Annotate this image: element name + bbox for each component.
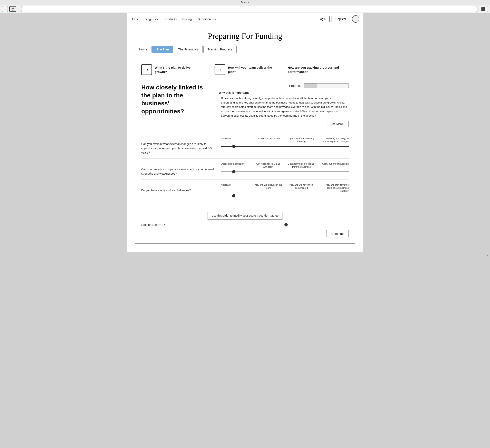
step-3: How are you tracking progress and perfor… [288, 65, 349, 74]
page-title: Preparing For Funding [135, 31, 355, 41]
progress-row: Progress [219, 83, 349, 88]
slider-label-3-3: Yes, and we have them documented [288, 183, 316, 193]
progress-bar-fill [304, 84, 317, 88]
register-button[interactable]: Register [332, 16, 350, 22]
browser-title: Divisor [0, 0, 490, 5]
score-modifier-box: Use this slider to modify your score if … [207, 212, 283, 220]
bottom-section: Use this slider to modify your score if … [141, 208, 349, 237]
browser-bottom-bar: ⤡ [0, 252, 490, 258]
slider-right-2: Occasional discussionGet feedback in 1-2… [221, 162, 349, 174]
slider-track-wrap-2[interactable] [221, 170, 349, 174]
slider-q-text-1: Can you explain what external changes ar… [141, 137, 215, 155]
login-button[interactable]: Login [315, 16, 330, 22]
slider-question-2: Can you provide an objective assessment … [141, 158, 349, 179]
nav-pricing[interactable]: Pricing [182, 17, 192, 21]
slider-thumb-2[interactable] [232, 170, 236, 173]
tab-tracking-progress[interactable]: Tracking Progress [203, 46, 237, 53]
progress-steps: → What's the plan to deliver growth? → H… [141, 64, 349, 79]
slider-label-2-3: Get anonymised feedback from the busines… [288, 162, 316, 168]
step-1-icon[interactable]: → [141, 64, 152, 75]
browser-end-button: ⬛ [479, 6, 488, 12]
continue-button[interactable]: Continue [326, 230, 349, 237]
nav-our-difference[interactable]: Our difference [197, 17, 217, 21]
step-2-label: How will your team deliver the plan? [228, 65, 276, 74]
slider-right-1: Not reallyOccasional discussionAgenda it… [221, 137, 349, 149]
slider-track-wrap-3[interactable] [221, 194, 349, 198]
slider-label-1-3: Agenda item at quarterly meeting [288, 137, 316, 143]
slider-labels-1: Not reallyOccasional discussionAgenda it… [221, 137, 349, 143]
score-row: Section Score: 75 [141, 223, 349, 227]
slider-label-1-2: Occasional discussion [254, 137, 282, 143]
slider-label-2-2: Get feedback in 1-2-1s with team [254, 162, 282, 168]
question-left: How closely linked is the plan to the bu… [141, 83, 213, 127]
see-more-button[interactable]: See More... [327, 121, 349, 127]
nav-products[interactable]: Products [165, 17, 177, 21]
slider-question-3: Do you have clarity on key challenges? N… [141, 179, 349, 202]
breadcrumb-tabs: Home The Plan The Finanicals Tracking Pr… [135, 46, 355, 53]
browser-back-button[interactable]: ← [2, 6, 8, 12]
why-title: Why this is important: [219, 91, 349, 94]
slider-right-3: Not reallyYes, and we discuss in the tea… [221, 183, 349, 198]
score-slider[interactable] [169, 223, 349, 227]
step-1-label: What's the plan to deliver growth? [155, 65, 202, 74]
step-2: → How will your team deliver the plan? [215, 64, 276, 75]
why-bullet-dot: · [219, 96, 220, 118]
step-3-label: How are you tracking progress and perfor… [288, 65, 349, 74]
slider-label-3-4: Yes, and they form the basis of our busi… [321, 183, 349, 193]
question-right: Progress Why this is important: · Busine… [219, 83, 349, 127]
step-1: → What's the plan to deliver growth? [141, 64, 202, 75]
progress-bar [304, 83, 349, 88]
score-track [169, 225, 349, 225]
tab-the-plan[interactable]: The Plan [152, 46, 173, 53]
main-card: → What's the plan to deliver growth? → H… [135, 58, 355, 244]
tab-home[interactable]: Home [135, 46, 151, 53]
progress-label: Progress [289, 84, 301, 88]
nav-diagnostic[interactable]: Diagnostic [145, 17, 159, 21]
section-score-label: Section Score: 75 [141, 223, 165, 227]
why-text: Businesses with a strong stratetgy out-p… [221, 96, 349, 118]
slider-track-1 [221, 146, 349, 147]
slider-questions: Can you explain what external changes ar… [141, 133, 349, 202]
slider-label-3-2: Yes, and we discuss in the team [254, 183, 282, 193]
slider-label-1-4: Delivering a strategy to handle expected… [321, 137, 349, 143]
resize-icon: ⤡ [485, 253, 488, 257]
slider-labels-2: Occasional discussionGet feedback in 1-2… [221, 162, 349, 168]
slider-track-3 [221, 196, 349, 196]
slider-q-text-3: Do you have clarity on key challenges? [141, 183, 215, 193]
nav-home[interactable]: Home [131, 17, 139, 21]
nav-profile-avatar [352, 15, 359, 23]
browser-url-input[interactable] [21, 6, 477, 12]
slider-track-2 [221, 172, 349, 172]
slider-q-text-2: Can you provide an objective assessment … [141, 162, 215, 176]
slider-label-1-1: Not really [221, 137, 249, 143]
slider-label-3-1: Not really [221, 183, 249, 193]
main-question-text: How closely linked is the plan to the bu… [141, 83, 213, 115]
question-section: How closely linked is the plan to the bu… [141, 83, 349, 127]
why-content: · Businesses with a strong stratetgy out… [219, 96, 349, 118]
step-2-icon[interactable]: → [215, 64, 225, 75]
tab-the-financials[interactable]: The Finanicals [174, 46, 202, 53]
site-logo: ☕ [9, 6, 16, 12]
slider-question-1: Can you explain what external changes ar… [141, 133, 349, 158]
slider-label-2-1: Occasional discussion [221, 162, 249, 168]
score-thumb[interactable] [284, 223, 288, 227]
slider-label-2-4: Carry out annual analysis [321, 162, 349, 168]
slider-thumb-1[interactable] [232, 145, 236, 148]
site-nav: Home Diagnostic Products Pricing Our dif… [127, 13, 363, 25]
slider-track-wrap-1[interactable] [221, 144, 349, 149]
slider-thumb-3[interactable] [232, 194, 236, 197]
slider-labels-3: Not reallyYes, and we discuss in the tea… [221, 183, 349, 193]
